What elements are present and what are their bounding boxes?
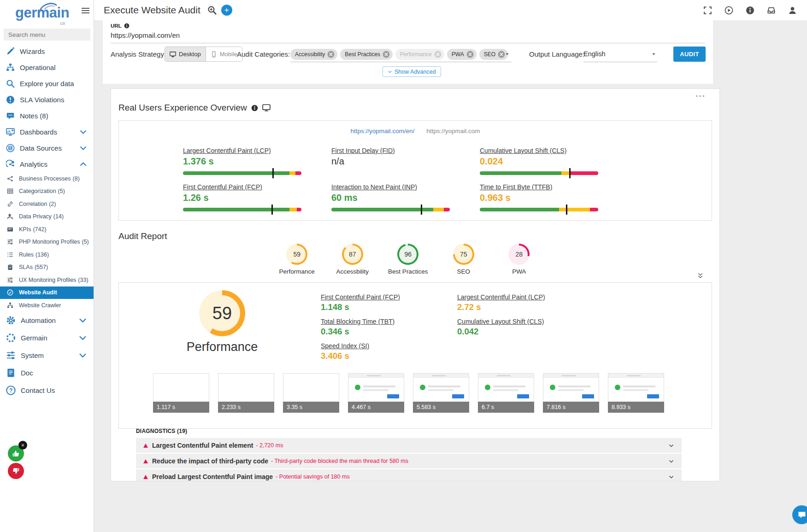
sidebar-item[interactable]: SLA Violations [0, 92, 94, 108]
remove-chip-icon[interactable] [466, 51, 474, 58]
sidebar-subitem[interactable]: Rules (136) [0, 248, 94, 261]
rux-panel: https://yopmail.com/en/ https://yopmail.… [118, 120, 712, 221]
page-title: Execute Website Audit [104, 5, 200, 16]
metric-link[interactable]: First Contentful Paint (FCP) [321, 293, 400, 301]
sitemap-icon [7, 302, 13, 309]
sidebar-item[interactable]: Wizards [0, 43, 94, 59]
diagnostic-row[interactable]: Largest Contentful Paint element - 2,720… [136, 438, 682, 453]
rux-metric: First Contentful Paint (FCP) 1.26 s [183, 183, 301, 211]
diagnostic-row[interactable]: Preload Largest Contentful Paint image -… [136, 469, 682, 481]
warning-triangle-icon [143, 459, 148, 463]
metric-link[interactable]: Time to First Byte (TTFB) [480, 183, 552, 191]
chevron-down-icon [668, 443, 674, 449]
header-actions [703, 6, 797, 15]
info-icon[interactable] [746, 6, 754, 15]
desktop-toggle[interactable]: Desktop [165, 47, 206, 61]
remove-chip-icon[interactable] [383, 51, 390, 58]
metric-link[interactable]: First Contentful Paint (FCP) [183, 183, 262, 191]
category-chip[interactable]: PWA [447, 49, 477, 60]
hamburger-menu-icon[interactable] [82, 8, 89, 15]
metric-value: n/a [331, 156, 450, 167]
url-tab-active[interactable]: https://yopmail.com/en/ [350, 128, 414, 134]
categories-caret-icon[interactable] [505, 52, 510, 57]
score-circle: 75 SEO [436, 244, 492, 275]
rux-url-tabs: https://yopmail.com/en/ https://yopmail.… [119, 128, 712, 134]
category-chip[interactable]: Best Practices [340, 49, 393, 60]
diagnostic-row[interactable]: Reduce the impact of third-party code - … [136, 454, 682, 468]
double-chevron-down-icon[interactable] [697, 272, 704, 279]
sidebar-item[interactable]: Explore your data [0, 76, 94, 92]
output-language-label: Output Language: [529, 47, 584, 62]
filmstrip-frame: 2.233 s [218, 373, 274, 413]
mobile-icon [211, 51, 217, 58]
sidebar-subitem[interactable]: SLAs (557) [0, 261, 94, 274]
play-circle-icon[interactable] [725, 6, 733, 15]
score-circle: 28 PWA [491, 244, 547, 275]
sidebar-item[interactable]: Analytics [0, 156, 94, 172]
sidebar-menu: Wizards Operational Explore your data SL… [0, 43, 94, 172]
card-icon [7, 226, 13, 233]
sidebar-subitem[interactable]: Website Audit [0, 286, 94, 299]
sliders-icon [7, 239, 13, 245]
metric-link[interactable]: Largest Contentful Paint (LCP) [183, 147, 271, 154]
dismiss-feedback-button[interactable] [18, 441, 27, 450]
remove-chip-icon[interactable] [434, 51, 442, 58]
sidebar-subitem[interactable]: Categorization (5) [0, 185, 94, 198]
metric-value: 0.024 [480, 156, 598, 167]
sidebar-subitem[interactable]: Correlation (2) [0, 198, 94, 210]
sidebar-item[interactable]: Notes (8) [0, 108, 94, 124]
metric-link[interactable]: Largest Contentful Paint (LCP) [457, 293, 545, 301]
audit-button[interactable]: AUDIT [673, 47, 706, 62]
sidebar-item[interactable]: Data Sources [0, 140, 94, 156]
category-chip[interactable]: Performance [395, 49, 444, 60]
sidebar-item[interactable]: ? Contact Us [0, 382, 94, 399]
url-input[interactable] [111, 31, 705, 43]
remove-chip-icon[interactable] [327, 51, 335, 58]
sidebar-subitem[interactable]: Business Processes (8) [0, 172, 94, 185]
remove-chip-icon[interactable] [498, 51, 505, 58]
metric-link[interactable]: First Input Delay (FID) [331, 147, 395, 154]
thumbs-down-button[interactable] [8, 463, 24, 479]
warning-triangle-icon [143, 475, 148, 479]
metric-link[interactable]: Total Blocking Time (TBT) [321, 318, 395, 325]
performance-metric: First Contentful Paint (FCP) 1.148 s [321, 293, 457, 312]
metric-bar [480, 208, 598, 211]
metric-link[interactable]: Cumulative Layout Shift (CLS) [457, 318, 544, 325]
sidebar-item[interactable]: Germain [0, 329, 94, 347]
category-chip[interactable]: SEO [479, 49, 508, 60]
metric-bar [331, 208, 450, 211]
metric-value: 3.406 s [321, 351, 457, 361]
sidebar-subitem[interactable]: PHP Monitoring Profiles (5) [0, 236, 94, 249]
sidebar-item[interactable]: Dashboards [0, 124, 94, 140]
inbox-icon[interactable] [767, 6, 776, 15]
chevron-down-icon [78, 333, 88, 343]
card-menu-icon[interactable]: ... [695, 89, 706, 99]
sidebar-bottom-menu: Automation Germain System Doc ? Contact … [0, 312, 94, 399]
sidebar-search-input[interactable] [4, 29, 90, 41]
sidebar-item[interactable]: Operational [0, 59, 94, 76]
metric-marker [569, 168, 571, 178]
user-icon[interactable] [788, 6, 797, 15]
sidebar-subitem[interactable]: Website Crawler [0, 299, 94, 312]
zoom-in-icon[interactable] [207, 6, 217, 15]
sidebar-subitem[interactable]: Data Privacy (14) [0, 210, 94, 223]
language-caret-icon[interactable] [651, 52, 656, 57]
sidebar-subitem[interactable]: UX Monitoring Profiles (33) [0, 274, 94, 286]
url-tab-inactive[interactable]: https://yopmail.com [426, 128, 480, 134]
metric-link[interactable]: Interaction to Next Paint (INP) [331, 183, 417, 191]
metric-link[interactable]: Speed Index (SI) [321, 342, 369, 350]
chevron-down-icon [388, 70, 392, 74]
sidebar-item[interactable]: Automation [0, 312, 94, 329]
sidebar-item[interactable]: System [0, 347, 94, 364]
metric-link[interactable]: Cumulative Layout Shift (CLS) [480, 147, 566, 154]
chat-button[interactable] [792, 505, 807, 524]
add-button[interactable] [221, 5, 232, 16]
sidebar-item[interactable]: Doc [0, 364, 94, 382]
fullscreen-icon[interactable] [703, 6, 712, 15]
output-language-select[interactable]: English [583, 47, 606, 62]
info-icon[interactable] [251, 105, 258, 111]
sidebar-subitem[interactable]: KPIs (742) [0, 223, 94, 236]
show-advanced-button[interactable]: Show Advanced [383, 66, 441, 77]
category-chip[interactable]: Accessibility [290, 49, 337, 60]
filmstrip-frame: 7.816 s [543, 373, 599, 413]
